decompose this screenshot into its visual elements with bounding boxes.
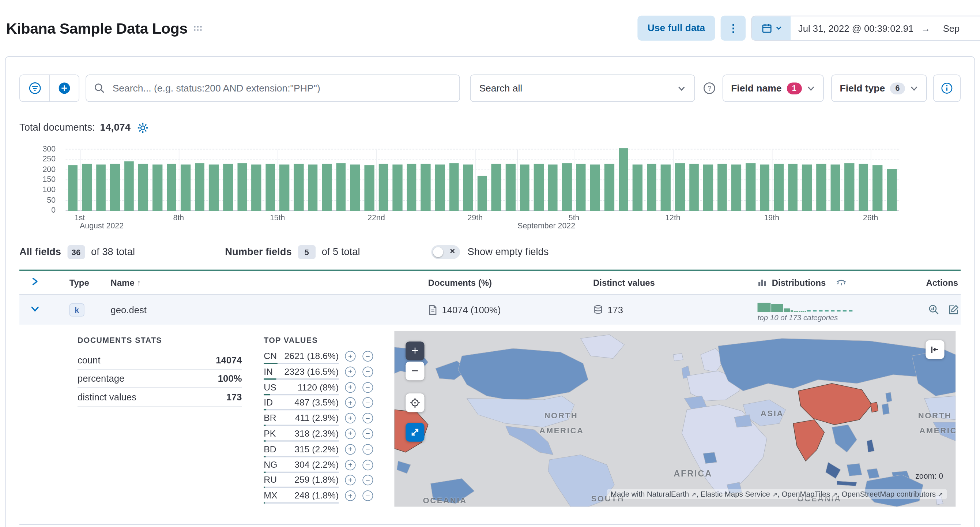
- search-input[interactable]: [86, 74, 460, 102]
- breadcrumb-menu-icon[interactable]: [194, 26, 203, 32]
- map-attribution-link[interactable]: Elastic Maps Service ↗: [701, 490, 777, 498]
- top-value-row: CN2621 (18.6%)+−: [264, 351, 374, 364]
- map-legend-toggle-button[interactable]: [926, 340, 944, 359]
- date-range-start[interactable]: Jul 31, 2022 @ 00:39:02.91: [791, 23, 916, 33]
- map-expand-button[interactable]: [406, 423, 424, 441]
- filter-out-value-button[interactable]: −: [363, 351, 373, 362]
- histogram-plot[interactable]: [65, 149, 899, 211]
- filter-out-value-button[interactable]: −: [363, 366, 373, 377]
- top-value-count: 259 (1.8%): [294, 475, 339, 485]
- search-icon: [94, 83, 105, 94]
- field-name[interactable]: geo.dest: [111, 305, 428, 315]
- histogram-bar: [138, 164, 148, 211]
- chevron-down-icon: [910, 84, 918, 92]
- top-value-count: 2323 (16.5%): [285, 366, 339, 376]
- top-value-count: 304 (2.2%): [294, 460, 339, 470]
- filter-for-value-button[interactable]: +: [345, 413, 355, 423]
- map-zoom-out-button[interactable]: −: [406, 362, 424, 380]
- date-picker[interactable]: Jul 31, 2022 @ 00:39:02.91 → Sep: [751, 16, 980, 41]
- histogram-bar: [774, 164, 784, 211]
- filter-for-value-button[interactable]: +: [345, 490, 355, 501]
- toggle-distributions-visibility-button[interactable]: [836, 278, 847, 287]
- stat-value: 173: [226, 391, 242, 402]
- histogram-bar: [435, 164, 445, 211]
- add-filter-button[interactable]: [49, 75, 79, 101]
- filter-out-value-button[interactable]: −: [363, 460, 373, 470]
- field-type-filter-button[interactable]: Field type 6: [831, 74, 927, 102]
- y-axis-tick-label: 300: [42, 145, 56, 153]
- histogram-bar: [802, 164, 812, 211]
- search-scope-select[interactable]: Search all: [470, 74, 695, 102]
- all-fields-count-badge: 36: [67, 245, 85, 259]
- x-axis-tick-label: 5th: [569, 213, 579, 222]
- x-axis-tick-label: 29th: [468, 213, 483, 222]
- field-name-filter-button[interactable]: Field name 1: [722, 74, 824, 102]
- external-link-icon: ↗: [832, 491, 837, 498]
- sort-asc-icon: ↑: [137, 278, 141, 287]
- histogram-bar: [718, 164, 727, 211]
- quick-select-button[interactable]: [752, 16, 791, 40]
- map-attribution-link[interactable]: Made with NaturalEarth ↗: [611, 490, 696, 498]
- filter-for-value-button[interactable]: +: [345, 428, 355, 439]
- toggle-off-icon: ×: [450, 246, 455, 256]
- filter-for-value-button[interactable]: +: [345, 398, 355, 408]
- top-value-row: US1120 (8%)+−: [264, 382, 374, 395]
- expand-all-button[interactable]: [31, 277, 40, 287]
- number-fields-label: Number fields: [225, 246, 291, 258]
- top-value-key: BD: [264, 444, 276, 454]
- choropleth-map[interactable]: NORTHAMERICAASIAAFRICASOUTHOCEANIAOCEANI…: [394, 331, 956, 506]
- map-zoom-level: zoom: 0: [915, 472, 943, 481]
- histogram-bar: [308, 164, 318, 211]
- filter-out-value-button[interactable]: −: [363, 490, 373, 501]
- filter-out-value-button[interactable]: −: [363, 475, 373, 485]
- map-attribution-link[interactable]: OpenMapTiles ↗: [781, 490, 837, 498]
- top-value-key: IN: [264, 366, 273, 376]
- col-distinct-values[interactable]: Distinct values: [593, 278, 758, 287]
- top-value-bar: [264, 425, 339, 426]
- filter-out-value-button[interactable]: −: [363, 382, 373, 393]
- show-empty-fields-label: Show empty fields: [468, 246, 549, 258]
- histogram-bar: [82, 164, 92, 211]
- collapse-row-button[interactable]: [31, 305, 40, 315]
- filter-out-value-button[interactable]: −: [363, 428, 373, 439]
- filter-out-value-button[interactable]: −: [363, 398, 373, 408]
- filter-out-value-button[interactable]: −: [363, 413, 373, 423]
- use-full-data-button[interactable]: Use full data: [637, 16, 715, 41]
- info-button[interactable]: [933, 74, 961, 102]
- histogram-bar: [294, 164, 304, 211]
- syntax-help-button[interactable]: ?: [702, 81, 716, 95]
- filter-for-value-button[interactable]: +: [345, 444, 355, 455]
- histogram-bar: [322, 164, 332, 211]
- row-actions: [881, 304, 961, 315]
- header-controls: Use full data ⋮ Jul 31, 2022 @ 00:39:02.…: [637, 16, 980, 41]
- filter-for-value-button[interactable]: +: [345, 366, 355, 377]
- edit-field-button[interactable]: [948, 304, 959, 315]
- toggle-filters-button[interactable]: [20, 75, 49, 101]
- world-map-graphic: [394, 331, 956, 506]
- col-distributions: Distributions: [758, 278, 881, 287]
- filter-for-value-button[interactable]: +: [345, 382, 355, 393]
- col-name[interactable]: Name ↑: [111, 278, 428, 287]
- field-row-geo-dest[interactable]: k geo.dest 14074 (100%): [19, 295, 961, 325]
- x-axis-tick-label: 26th: [863, 213, 878, 222]
- filter-for-value-button[interactable]: +: [345, 475, 355, 485]
- chart-settings-button[interactable]: [137, 121, 148, 133]
- map-zoom-in-button[interactable]: +: [406, 342, 424, 360]
- map-attribution-link[interactable]: OpenStreetMap contributors ↗: [842, 490, 943, 498]
- filter-for-value-button[interactable]: +: [345, 460, 355, 470]
- documents-histogram[interactable]: 050100150200250300 1st8th15th22nd29th5th…: [19, 145, 961, 230]
- col-type[interactable]: Type: [70, 278, 111, 287]
- filter-out-value-button[interactable]: −: [363, 444, 373, 455]
- col-documents[interactable]: Documents (%): [428, 278, 593, 287]
- header-actions-button[interactable]: ⋮: [721, 16, 746, 41]
- top-value-row: NG304 (2.2%)+−: [264, 460, 374, 473]
- histogram-bar: [548, 164, 558, 211]
- map-fit-data-button[interactable]: [406, 393, 424, 412]
- date-range-end[interactable]: Sep: [935, 23, 962, 33]
- explore-in-lens-button[interactable]: [928, 304, 939, 315]
- filter-for-value-button[interactable]: +: [345, 351, 355, 362]
- distribution-caption: top 10 of 173 categories: [758, 313, 881, 322]
- histogram-bar: [266, 164, 275, 211]
- show-empty-fields-toggle[interactable]: ×: [431, 245, 460, 259]
- histogram-bar: [590, 164, 600, 211]
